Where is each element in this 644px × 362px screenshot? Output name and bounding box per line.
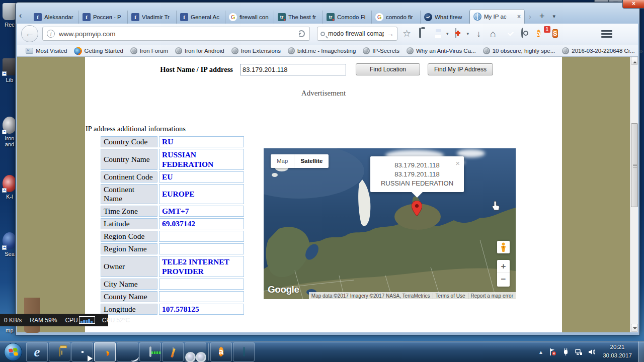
start-button[interactable] — [4, 343, 22, 361]
bookmarks-toolbar: Most Visited Getting Started Iron Forum … — [17, 45, 638, 57]
internet-explorer-icon: e — [34, 344, 40, 360]
tab-scroll-right-button[interactable]: › — [525, 12, 535, 21]
tab-close-icon[interactable] — [517, 13, 521, 20]
url-input[interactable] — [59, 30, 293, 38]
map-marker-pin[interactable] — [412, 201, 422, 217]
show-desktop-button[interactable] — [638, 341, 644, 362]
bookmark-most-visited[interactable]: Most Visited — [23, 47, 69, 55]
table-row: OwnerTELE2 INTERNET PROVIDER — [101, 256, 244, 277]
map-type-map-button[interactable]: Map — [271, 154, 294, 168]
search-bar[interactable]: → — [317, 27, 397, 41]
new-tab-button[interactable]: + — [535, 11, 549, 22]
google-logo[interactable]: Google — [268, 284, 299, 295]
bookmark-antivirus[interactable]: Why an Anti-Virus Ca... — [404, 46, 478, 55]
tab-firewall-search[interactable]: firewall con — [225, 11, 274, 24]
action-center-flag-icon[interactable] — [548, 348, 556, 356]
bookmark-ip-secrets[interactable]: IP-Secrets — [360, 46, 402, 55]
network-icon[interactable] — [575, 348, 583, 356]
tab-my-ip-active[interactable]: My IP ac — [469, 9, 525, 24]
bookmarks-overflow-chevron[interactable]: » — [639, 47, 644, 55]
scrollbar-thumb[interactable] — [631, 123, 638, 207]
scrapbook-icon[interactable] — [552, 29, 558, 38]
avast-icon[interactable] — [537, 30, 540, 37]
ip-address-input[interactable] — [240, 64, 346, 75]
search-input[interactable] — [328, 30, 384, 37]
find-my-ip-button[interactable]: Find My IP Address — [428, 63, 493, 75]
tab-vladimir[interactable]: Vladimir Tr — [128, 11, 177, 24]
taskbar-text-editor[interactable] — [162, 342, 184, 361]
taskbar-system-monitor[interactable] — [139, 342, 161, 361]
bookmark-iron-forum[interactable]: Iron Forum — [128, 46, 171, 55]
menu-hamburger-icon[interactable] — [601, 29, 612, 39]
cpu-temp-value: CPU 52°C — [95, 317, 134, 324]
tab-general[interactable]: General Ac — [177, 11, 225, 24]
back-button[interactable]: ← — [21, 25, 38, 42]
bookmark-getting-started[interactable]: Getting Started — [71, 46, 125, 56]
info-window-close-icon[interactable] — [455, 160, 460, 166]
tab-what-firewall[interactable]: What firew — [421, 11, 469, 24]
tab-comodo[interactable]: Comodo Fi — [323, 11, 372, 24]
taskbar-avast[interactable] — [210, 342, 232, 361]
bookmark-iron-android[interactable]: Iron for Android — [173, 46, 227, 55]
bookmark-2016-03-20[interactable]: 2016-03-20-220648 Cr... — [559, 46, 637, 55]
reload-icon[interactable] — [298, 30, 305, 37]
bookmark-bildme[interactable]: bild.me - Imagehosting — [285, 46, 358, 55]
bookmark-iron-extensions[interactable]: Iron Extensions — [229, 46, 283, 55]
scroll-down-button[interactable] — [631, 324, 638, 332]
site-info-icon[interactable]: i — [47, 30, 55, 38]
zoom-out-button[interactable]: − — [497, 273, 510, 286]
info-window-ip1: 83.179.201.118 — [370, 161, 464, 170]
find-location-button[interactable]: Find Location — [356, 63, 420, 75]
tab-aleksandar[interactable]: Aleksandar — [30, 11, 79, 24]
taskbar-media-player[interactable] — [71, 342, 93, 361]
lib-icon — [3, 58, 17, 75]
page-scrollbar[interactable] — [630, 57, 638, 332]
avast-badge: 1 — [544, 26, 551, 33]
ip-info-table: Country CodeRU Country NameRUSSIAN FEDER… — [99, 135, 246, 316]
zoom-in-button[interactable]: + — [497, 260, 510, 273]
bookmark-10-obscure[interactable]: 10 obscure, highly spe... — [480, 46, 558, 55]
map-type-control: Map Satellite — [271, 154, 329, 168]
info-window-country: RUSSIAN FEDERATION — [370, 179, 464, 188]
google-map[interactable]: Map Satellite 83.179.201.118 83.179.201.… — [264, 148, 516, 299]
report-map-error-link[interactable]: Report a map error — [468, 293, 516, 299]
health-dropdown-icon[interactable]: ▾ — [467, 31, 469, 36]
taskbar-firefox-active[interactable] — [94, 342, 116, 361]
startpage-favicon — [424, 13, 432, 21]
close-button[interactable]: × — [622, 0, 644, 9]
home-icon[interactable] — [490, 29, 500, 39]
tab-list-dropdown[interactable]: ▾ — [549, 13, 560, 20]
tab-best-firewall[interactable]: The best fr — [274, 11, 323, 24]
hidden-icons-chevron[interactable]: ▲ — [538, 349, 543, 355]
downloads-icon[interactable] — [474, 29, 485, 39]
toolbar-icons: ▾ ▾ 1 — [403, 26, 612, 41]
bookmarks-menu-icon[interactable] — [419, 28, 421, 38]
search-go-icon[interactable]: → — [387, 30, 394, 38]
url-bar[interactable]: i — [42, 27, 310, 41]
terms-of-use-link[interactable]: Terms of Use — [433, 293, 468, 299]
taskbar-windows-explorer[interactable] — [49, 342, 70, 361]
volume-icon[interactable] — [588, 348, 596, 356]
taskbar-seamonkey[interactable] — [117, 342, 138, 361]
tab-rossiya[interactable]: Россия - Р — [79, 11, 128, 24]
health-report-icon[interactable] — [455, 28, 456, 38]
table-row: Region Name — [101, 243, 244, 254]
tab-comodo-search[interactable]: comodo fir — [372, 11, 421, 24]
pegman-control[interactable] — [497, 241, 510, 253]
taskbar-cube-app[interactable] — [233, 342, 255, 361]
bookmark-star-icon[interactable] — [403, 29, 413, 39]
taskbar-internet-explorer[interactable]: e — [26, 342, 48, 361]
tab-groups-icon[interactable] — [521, 28, 523, 38]
scroll-down-icon — [633, 327, 637, 331]
table-row: Longitude107.578125 — [101, 304, 244, 315]
map-type-satellite-button[interactable]: Satellite — [294, 154, 329, 168]
power-plug-icon[interactable] — [561, 348, 570, 356]
taskbar-siw-tool[interactable] — [185, 342, 206, 361]
clock-date: 30.03.2017 — [598, 351, 637, 360]
facebook-favicon — [131, 13, 139, 21]
save-dropdown-icon[interactable]: ▾ — [446, 31, 449, 36]
scroll-up-button[interactable] — [631, 57, 638, 65]
taskbar-clock[interactable]: 20:21 30.03.2017 — [598, 343, 637, 360]
tab-scroll-left-button[interactable]: ‹ — [19, 11, 22, 20]
text-editor-icon — [173, 347, 174, 356]
